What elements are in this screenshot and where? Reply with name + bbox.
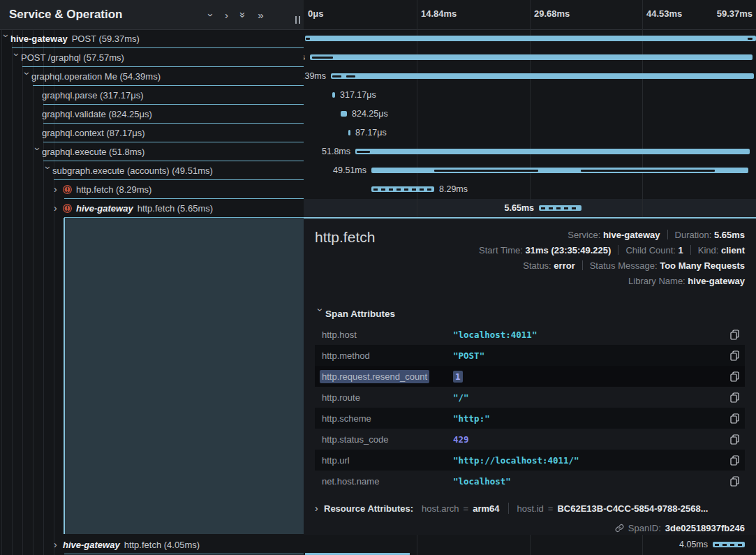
span-meta-line: Library Name: hive-gateway (479, 274, 745, 289)
span-duration-label: 87.17μs (355, 124, 387, 142)
attribute-key: http.route (322, 392, 453, 403)
attribute-row[interactable]: http.host"localhost:4011" (315, 324, 745, 345)
span-detail-meta: Service: hive-gatewayDuration: 5.65msSta… (479, 228, 745, 289)
span-timeline-row: 57.57ms (305, 48, 756, 67)
chevron-down-icon[interactable]: › (38, 166, 57, 175)
bar-dashed-mark (541, 207, 579, 209)
span-tree-row[interactable]: ›hive-gatewayhttp.fetch (4.05ms) (0, 535, 304, 554)
meta-value: hive-gateway (603, 230, 660, 240)
copy-icon[interactable] (730, 371, 739, 382)
span-tree-row[interactable]: ›hive-gatewayPOST (59.37ms) (0, 29, 304, 48)
link-icon[interactable] (615, 524, 624, 533)
meta-value: 31ms (23:35:49.225) (526, 245, 612, 256)
resource-attributes-title: Resource Attributes: (324, 503, 413, 514)
copy-icon[interactable] (730, 434, 739, 445)
resource-value: arm64 (473, 503, 499, 514)
chevron-down-icon[interactable]: › (7, 53, 26, 62)
copy-icon[interactable] (730, 350, 739, 361)
span-duration-bar[interactable] (331, 73, 754, 79)
tree-toolbar: ››»» (209, 0, 264, 29)
attribute-value: "localhost" (453, 476, 511, 487)
timeline-panel: 0μs14.84ms29.68ms44.53ms59.37ms 57.57ms5… (304, 0, 756, 555)
chevron-down-icon[interactable]: › (0, 34, 15, 43)
copy-icon[interactable] (730, 392, 739, 403)
span-meta-line: Status: errorStatus Message: Too Many Re… (479, 258, 745, 274)
span-duration-bar[interactable] (341, 111, 347, 117)
meta-label: Service: (568, 230, 603, 240)
span-service-name: hive-gateway (63, 540, 120, 550)
span-timeline-row: 8.29ms (305, 180, 756, 199)
chevron-right-icon: › (315, 503, 324, 514)
collapse-one-icon[interactable]: › (206, 13, 216, 17)
span-tree-row[interactable]: graphql.validate (824.25μs) (0, 105, 304, 124)
copy-icon[interactable] (730, 413, 739, 424)
attribute-row[interactable]: http.scheme"http:" (315, 408, 745, 429)
meta-label: Duration: (675, 230, 714, 240)
copy-icon[interactable] (730, 330, 739, 340)
span-duration-bar[interactable] (310, 54, 753, 60)
span-tree-row[interactable]: ›hive-gatewayhttp.fetch (5.65ms) (0, 199, 304, 218)
bar-gap-mark (748, 38, 753, 40)
collapse-all-icon[interactable]: » (238, 12, 249, 17)
span-attributes-title: Span Attributes (325, 309, 395, 319)
attribute-value: "http:" (453, 413, 490, 424)
span-duration-bar[interactable] (332, 92, 335, 98)
timeline-tick: 14.84ms (421, 0, 457, 28)
span-timeline-row: 5.65ms (305, 199, 756, 218)
chevron-right-icon[interactable]: › (54, 535, 63, 554)
chevron-right-icon[interactable]: › (54, 199, 63, 218)
span-tree-row[interactable]: ›graphql.operation Me (54.39ms) (0, 67, 304, 86)
span-duration-bar[interactable] (355, 149, 750, 154)
chevron-right-icon[interactable]: › (54, 180, 63, 199)
meta-divider (582, 260, 583, 270)
copy-icon[interactable] (730, 455, 739, 466)
resource-attributes-row[interactable]: ›Resource Attributes:host.arch=arm64host… (315, 500, 745, 517)
span-id-value: 3de02518937fb246 (665, 523, 745, 533)
attribute-key: http.status_code (322, 434, 453, 445)
span-tree-row[interactable]: ›POST /graphql (57.57ms) (0, 48, 304, 67)
attribute-key: http.request.resend_count (322, 371, 453, 382)
attribute-key: http.host (322, 330, 453, 340)
expand-all-icon[interactable]: » (258, 10, 263, 20)
span-meta-line: Service: hive-gatewayDuration: 5.65ms (479, 228, 745, 243)
expand-one-icon[interactable]: › (225, 10, 228, 20)
span-tree-row[interactable]: graphql.context (87.17μs) (0, 124, 304, 142)
chevron-down-icon: › (315, 309, 326, 319)
meta-label: Kind: (698, 245, 721, 256)
attribute-row[interactable]: http.request.resend_count1 (315, 366, 745, 387)
bar-gap-mark (581, 170, 715, 172)
resource-divider (508, 503, 509, 514)
span-operation-name: subgraph.execute (accounts) (49.51ms) (52, 165, 213, 176)
bar-gap-mark (306, 38, 310, 40)
span-tree-row[interactable]: graphql.parse (317.17μs) (0, 86, 304, 105)
chevron-down-icon[interactable]: › (17, 72, 36, 81)
span-operation-name: http.fetch (4.05ms) (124, 540, 200, 550)
attribute-row[interactable]: http.method"POST" (315, 345, 745, 366)
meta-label: Status: (523, 260, 554, 271)
span-timeline-row: 87.17μs (305, 124, 756, 142)
attribute-row[interactable]: net.host.name"localhost" (315, 471, 745, 491)
span-tree-row[interactable]: ›graphql.execute (51.8ms) (0, 142, 304, 161)
resource-value: BC62E13B-C4CC-5854-9788-2568... (557, 503, 708, 514)
attribute-row[interactable]: http.route"/" (315, 387, 745, 408)
span-attributes-section-toggle[interactable]: ›Span Attributes (315, 308, 395, 319)
bar-gap-mark (312, 57, 333, 59)
attribute-row[interactable]: http.status_code429 (315, 429, 745, 450)
error-icon (63, 200, 72, 219)
span-operation-name: POST (59.37ms) (72, 34, 140, 44)
bar-dashed-mark (373, 188, 432, 191)
error-icon (63, 182, 72, 200)
span-duration-bar[interactable] (305, 36, 756, 41)
span-duration-bar[interactable] (348, 130, 350, 135)
trace-viewer: Service & Operation ››»» ›hive-gatewayPO… (0, 0, 756, 555)
timeline-tick: 44.53ms (646, 0, 682, 28)
span-tree-row[interactable]: ›http.fetch (8.29ms) (0, 180, 304, 199)
column-resize-grip[interactable] (295, 16, 300, 24)
span-duration-label: 49.51ms (333, 161, 366, 180)
span-tree-row[interactable]: ›subgraph.execute (accounts) (49.51ms) (0, 161, 304, 180)
attribute-value: 429 (453, 434, 469, 445)
copy-icon[interactable] (730, 476, 739, 487)
attribute-row[interactable]: http.url"http://localhost:4011/" (315, 450, 745, 471)
chevron-down-icon[interactable]: › (28, 147, 47, 156)
tree-header: Service & Operation ››»» (0, 0, 304, 30)
